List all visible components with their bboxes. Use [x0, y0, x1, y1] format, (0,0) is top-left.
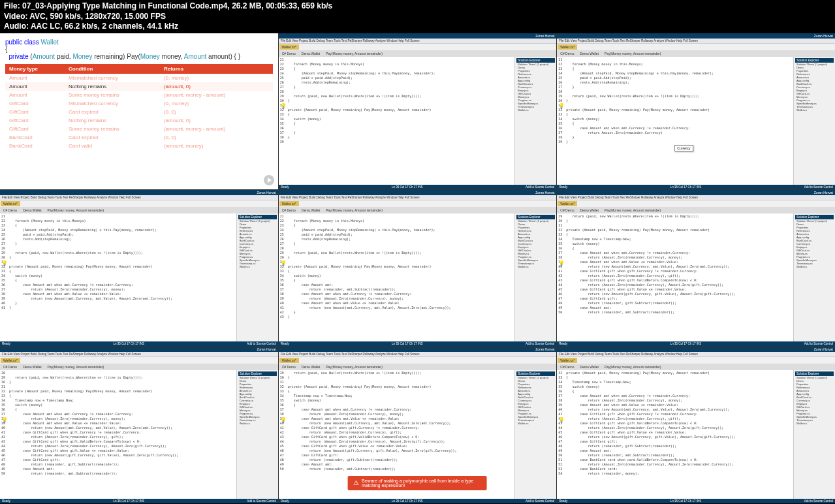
window-titlebar: Zoran Horvat	[0, 347, 278, 352]
lightbulb-icon[interactable]: 💡	[558, 260, 565, 266]
nav-crumb[interactable]: Demo.Wallet	[299, 208, 323, 213]
menu-bar[interactable]: File Edit View Project Build Debug Team …	[557, 352, 835, 357]
solution-explorer[interactable]: Solution ExplorerSolution 'Demo' (1 proj…	[793, 370, 835, 498]
solution-explorer[interactable]: Solution ExplorerSolution 'Demo' (1 proj…	[236, 213, 278, 341]
tab-wallet[interactable]: Wallet.cs*	[558, 201, 577, 206]
thumb-4[interactable]: Zoran Horvat File Edit View Project Buil…	[0, 190, 278, 346]
nav-crumb[interactable]: Demo.Wallet	[577, 208, 601, 213]
lightbulb-icon[interactable]: 💡	[1, 417, 8, 423]
menu-bar[interactable]: File Edit View Project Build Debug Team …	[0, 352, 278, 357]
nav-crumb[interactable]: C# Demo	[279, 364, 298, 370]
tab-wallet[interactable]: Wallet.cs*	[558, 358, 577, 363]
solution-explorer[interactable]: Solution ExplorerSolution 'Demo' (1 proj…	[514, 213, 556, 341]
editor-tabs[interactable]: Wallet.cs*	[279, 44, 557, 50]
table-cell: (0, money)	[160, 99, 273, 108]
code-editor[interactable]: 28 29 return (paid, new Wallet(rests.Whe…	[0, 370, 236, 498]
menu-bar[interactable]: File Edit View Project Build Debug Team …	[279, 352, 557, 357]
solution-tree-item[interactable]: Wallet.cs	[516, 108, 555, 112]
code-editor[interactable]: 21 22 foreach (Money money in this.Money…	[279, 213, 515, 341]
menu-bar[interactable]: File Edit View Project Build Debug Team …	[279, 195, 557, 200]
nav-crumb[interactable]: Pay(Money money, Amount remainder)	[323, 364, 385, 370]
nav-crumb[interactable]: Demo.Wallet	[299, 51, 323, 56]
thumb-8[interactable]: Zoran Horvat File Edit View Project Buil…	[279, 347, 557, 503]
nav-crumb[interactable]: C# Demo	[558, 51, 576, 56]
editor-tabs[interactable]: Wallet.cs*	[0, 200, 278, 207]
table-cell: Some money remains	[65, 91, 160, 99]
tab-wallet[interactable]: Wallet.cs*	[279, 44, 299, 50]
solution-tree-item[interactable]: Wallet.cs	[238, 422, 277, 425]
lightbulb-icon[interactable]: 💡	[1, 260, 8, 266]
intellisense-popup[interactable]: Currency	[674, 145, 693, 151]
nav-crumb[interactable]: Pay(Money money, Amount remainder)	[45, 208, 107, 213]
editor-tabs[interactable]: Wallet.cs*	[0, 357, 278, 364]
nav-crumb[interactable]: Pay(Money money, Amount remainder)	[45, 364, 107, 370]
nav-crumb[interactable]: C# Demo	[1, 208, 20, 213]
solution-tree-item[interactable]: Wallet.cs	[516, 422, 555, 425]
lightbulb-icon[interactable]: 💡	[280, 260, 287, 266]
panel-title: Solution Explorer	[516, 371, 555, 376]
editor-tabs[interactable]: Wallet.cs*	[557, 200, 835, 207]
panel-title: Solution Explorer	[238, 215, 277, 219]
thumb-7[interactable]: Zoran Horvat File Edit View Project Buil…	[0, 347, 278, 503]
menu-bar[interactable]: File Edit View Project Build Debug Team …	[557, 195, 835, 200]
nav-crumb[interactable]: C# Demo	[558, 364, 576, 370]
tab-wallet[interactable]: Wallet.cs*	[279, 358, 299, 363]
code-editor[interactable]: 21 22 foreach (Money money in this.Money…	[0, 213, 236, 341]
thumb-5[interactable]: Zoran Horvat File Edit View Project Buil…	[279, 190, 557, 346]
editor-tabs[interactable]: Wallet.cs*	[557, 357, 835, 364]
nav-crumb[interactable]: Demo.Wallet	[577, 51, 601, 56]
nav-crumb[interactable]: Pay(Money money, Amount remainder)	[602, 364, 664, 370]
nav-crumb[interactable]: Demo.Wallet	[20, 364, 44, 370]
tab-wallet[interactable]: Wallet.cs*	[279, 201, 299, 206]
code-editor[interactable]: 21 22 foreach (Money money in this.Money…	[279, 57, 515, 185]
nav-crumb[interactable]: Demo.Wallet	[577, 364, 601, 370]
code-editor[interactable]: 21 22 foreach (Money money in this.Money…	[557, 57, 793, 185]
lightbulb-icon[interactable]: 💡	[558, 417, 565, 423]
thumb-1[interactable]: public class public class WalletWallet {…	[0, 33, 278, 189]
lightbulb-icon[interactable]: 💡	[280, 103, 287, 109]
menu-bar[interactable]: File Edit View Project Build Debug Team …	[557, 39, 835, 44]
solution-explorer[interactable]: Solution ExplorerSolution 'Demo' (1 proj…	[793, 213, 835, 341]
nav-crumb[interactable]: C# Demo	[279, 51, 298, 56]
solution-explorer[interactable]: Solution ExplorerSolution 'Demo' (1 proj…	[514, 370, 556, 498]
nav-crumb[interactable]: Pay(Money money, Amount remainder)	[323, 51, 385, 56]
solution-tree-item[interactable]: Wallet.cs	[516, 265, 555, 268]
code-content: 29 return (paid, new Wallet(rests.Where(…	[557, 213, 793, 341]
lightbulb-icon[interactable]: 💡	[558, 103, 565, 109]
lightbulb-icon[interactable]: 💡	[280, 417, 287, 423]
play-icon[interactable]	[264, 175, 274, 185]
solution-tree-item[interactable]: Wallet.cs	[795, 422, 834, 425]
code-editor[interactable]: 32 private (Amount paid, Money remaining…	[557, 370, 793, 498]
nav-crumb[interactable]: C# Demo	[279, 208, 298, 213]
tab-wallet[interactable]: Wallet.cs*	[1, 201, 20, 206]
solution-tree-item[interactable]: Wallet.cs	[795, 265, 834, 268]
editor-tabs[interactable]: Wallet.cs*	[279, 200, 557, 207]
table-cell: Card expired	[65, 133, 160, 142]
thumbnail-grid: public class public class WalletWallet {…	[0, 33, 835, 503]
tab-wallet[interactable]: Wallet.cs*	[1, 358, 20, 363]
menu-bar[interactable]: File Edit View Project Build Debug Team …	[0, 195, 278, 200]
thumb-9[interactable]: Zoran Horvat File Edit View Project Buil…	[557, 347, 835, 503]
solution-tree-item[interactable]: Wallet.cs	[795, 108, 834, 112]
solution-tree-item[interactable]: Wallet.cs	[238, 265, 277, 268]
solution-explorer[interactable]: Solution ExplorerSolution 'Demo' (1 proj…	[793, 57, 835, 185]
file-info: File: 07_03-Applying Type Matching in Fu…	[4, 1, 831, 12]
nav-crumb[interactable]: Demo.Wallet	[20, 208, 44, 213]
nav-crumb[interactable]: C# Demo	[1, 364, 20, 370]
menu-bar[interactable]: File Edit View Project Build Debug Team …	[279, 39, 557, 44]
nav-crumb[interactable]: Demo.Wallet	[299, 364, 323, 370]
nav-crumb[interactable]: C# Demo	[558, 208, 576, 213]
nav-crumb[interactable]: Pay(Money money, Amount remainder)	[323, 208, 385, 213]
table-cell: (amount, money)	[160, 142, 273, 150]
tab-wallet[interactable]: Wallet.cs*	[558, 44, 577, 50]
nav-crumb[interactable]: Pay(Money money, Amount remainder)	[602, 51, 664, 56]
editor-tabs[interactable]: Wallet.cs*	[279, 357, 557, 364]
thumb-6[interactable]: Zoran Horvat File Edit View Project Buil…	[557, 190, 835, 346]
solution-explorer[interactable]: Solution ExplorerSolution 'Demo' (1 proj…	[236, 370, 278, 498]
editor-tabs[interactable]: Wallet.cs*	[557, 44, 835, 50]
code-editor[interactable]: 29 return (paid, new Wallet(rests.Where(…	[557, 213, 793, 341]
thumb-2[interactable]: Zoran Horvat File Edit View Project Buil…	[279, 33, 557, 189]
nav-crumb[interactable]: Pay(Money money, Amount remainder)	[602, 208, 664, 213]
solution-explorer[interactable]: Solution ExplorerSolution 'Demo' (1 proj…	[514, 57, 556, 185]
thumb-3[interactable]: Zoran Horvat File Edit View Project Buil…	[557, 33, 835, 189]
